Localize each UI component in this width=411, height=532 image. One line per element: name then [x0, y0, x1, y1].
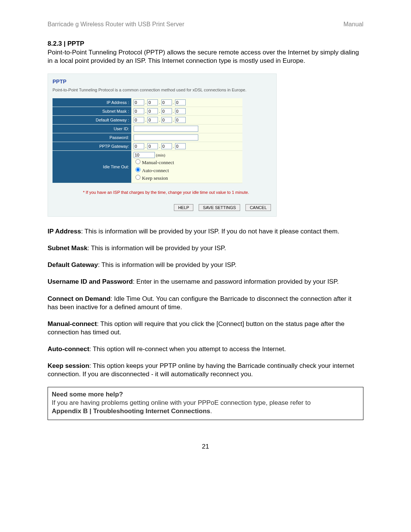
subnet-octet-4[interactable]: [175, 108, 186, 114]
desc-gateway: Default Gateway: This is information wil…: [48, 261, 363, 269]
header-right: Manual: [344, 21, 363, 28]
idle-unit: (min): [156, 153, 165, 157]
pptp-config-panel: PPTP Point-to-Point Tunneling Protocol i…: [48, 73, 277, 217]
ip-octet-4[interactable]: [175, 99, 186, 105]
subnet-label: Subnet Mask :: [53, 107, 131, 116]
config-form: IP Address : . . . Subnet Mask : . . .: [53, 98, 242, 183]
pptp-octet-2[interactable]: [147, 143, 158, 149]
desc-keep-session: Keep session: This option keeps your PPT…: [48, 362, 363, 379]
ip-octet-1[interactable]: [134, 99, 144, 105]
desc-user: Username ID and Password: Enter in the u…: [48, 278, 363, 286]
keep-session-radio[interactable]: [135, 175, 140, 180]
desc-ip: IP Address: This is information will be …: [48, 227, 363, 236]
ip-address-label: IP Address :: [53, 98, 131, 107]
gateway-octet-1[interactable]: [134, 117, 144, 123]
idle-time-note: * If you have an ISP that charges by the…: [48, 183, 276, 204]
header-left: Barricade g Wireless Router with USB Pri…: [48, 21, 184, 28]
auto-connect-radio[interactable]: [135, 167, 140, 172]
desc-subnet: Subnet Mask: This is information will be…: [48, 244, 363, 252]
manual-connect-radio[interactable]: [135, 159, 140, 164]
user-id-label: User ID:: [53, 125, 131, 133]
gateway-octet-2[interactable]: [147, 117, 158, 123]
subnet-octet-2[interactable]: [147, 108, 158, 114]
help-appendix: Appendix B | Troubleshooting Internet Co…: [52, 407, 210, 415]
pptp-octet-1[interactable]: [134, 143, 144, 149]
desc-auto-connect: Auto-connect: This option will re-connec…: [48, 345, 363, 353]
gateway-octet-4[interactable]: [175, 117, 186, 123]
ip-octet-2[interactable]: [147, 99, 158, 105]
password-input[interactable]: [134, 134, 198, 141]
save-settings-button[interactable]: SAVE SETTINGS: [199, 204, 240, 211]
keep-session-option[interactable]: Keep session: [134, 174, 240, 182]
subnet-octet-1[interactable]: [134, 108, 144, 114]
panel-subtitle: Point-to-Point Tunneling Protocol is a c…: [48, 88, 276, 98]
desc-manual-connect: Manual-connect: This option will require…: [48, 320, 363, 337]
auto-connect-option[interactable]: Auto-connect: [134, 166, 240, 174]
help-button[interactable]: HELP: [174, 204, 193, 211]
gateway-octet-3[interactable]: [161, 117, 172, 123]
password-label: Password:: [53, 133, 131, 142]
help-box: Need some more help? If you are having p…: [48, 387, 363, 420]
subnet-octet-3[interactable]: [161, 108, 172, 114]
pptp-octet-3[interactable]: [161, 143, 172, 149]
idle-timeout-label: Idle Time Out:: [53, 151, 131, 183]
section-heading: 8.2.3 | PPTP: [48, 40, 363, 48]
document-header: Barricade g Wireless Router with USB Pri…: [48, 21, 363, 28]
user-id-input[interactable]: [134, 126, 198, 132]
ip-octet-3[interactable]: [161, 99, 172, 105]
panel-title: PPTP: [48, 78, 276, 88]
gateway-label: Default Gateway :: [53, 116, 131, 125]
pptp-gateway-label: PPTP Gateway:: [53, 142, 131, 151]
manual-connect-option[interactable]: Manual-connect: [134, 158, 240, 166]
desc-connect-on-demand: Connect on Demand: Idle Time Out. You ca…: [48, 295, 363, 312]
help-heading: Need some more help?: [52, 391, 123, 398]
idle-timeout-input[interactable]: [134, 152, 155, 158]
page-number: 21: [0, 443, 411, 451]
help-line: If you are having problems getting onlin…: [52, 399, 311, 406]
button-row: HELP SAVE SETTINGS CANCEL: [48, 204, 276, 211]
cancel-button[interactable]: CANCEL: [245, 204, 271, 211]
pptp-octet-4[interactable]: [175, 143, 186, 149]
section-intro: Point-to-Point Tunneling Protocol (PPTP)…: [48, 48, 363, 65]
